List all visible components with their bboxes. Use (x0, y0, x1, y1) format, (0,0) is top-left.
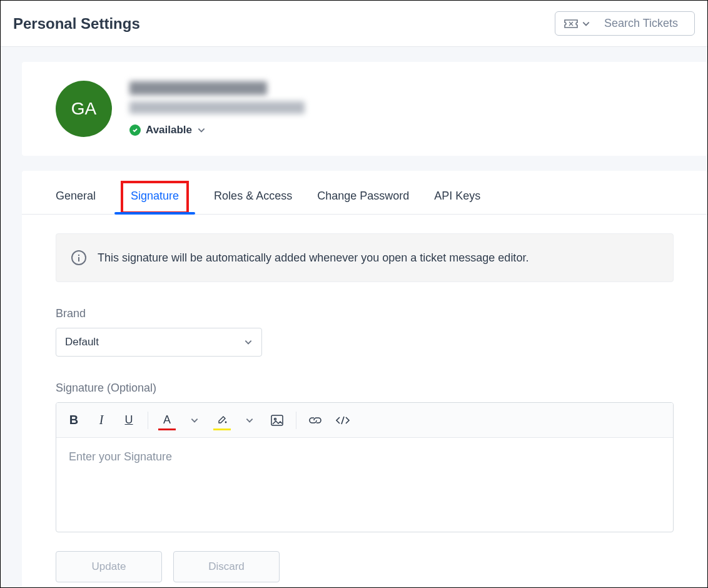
search-input[interactable] (604, 17, 685, 30)
update-button[interactable]: Update (56, 551, 162, 582)
page-title: Personal Settings (13, 15, 140, 33)
profile-name-redacted (129, 81, 267, 95)
tabs-card: General Signature Roles & Access Change … (22, 171, 707, 588)
status-label: Available (146, 124, 192, 136)
image-button[interactable] (263, 408, 291, 433)
divider (296, 412, 296, 429)
info-icon (71, 250, 86, 265)
text-color-button[interactable]: A (153, 408, 181, 433)
editor-placeholder: Enter your Signature (69, 450, 172, 463)
info-text: This signature will be automatically add… (98, 251, 528, 265)
profile-card: GA Available (22, 62, 707, 156)
code-button[interactable] (329, 408, 357, 433)
svg-point-2 (225, 421, 227, 423)
tab-change-password[interactable]: Change Password (317, 190, 409, 214)
brand-select[interactable]: Default (56, 328, 262, 357)
tab-signature[interactable]: Signature (121, 181, 189, 214)
svg-point-0 (78, 255, 79, 256)
discard-button[interactable]: Discard (173, 551, 280, 582)
brand-label: Brand (56, 307, 674, 320)
bold-button[interactable]: B (60, 408, 88, 433)
tab-api-keys[interactable]: API Keys (434, 190, 480, 214)
svg-rect-1 (78, 257, 79, 261)
chevron-down-icon (244, 338, 253, 347)
brand-selected-value: Default (65, 336, 99, 348)
search-tickets-box[interactable] (555, 11, 695, 36)
italic-button[interactable]: I (88, 408, 115, 433)
info-banner: This signature will be automatically add… (56, 233, 674, 282)
bg-color-dropdown[interactable] (236, 408, 263, 433)
editor-textarea[interactable]: Enter your Signature (56, 438, 673, 532)
signature-editor: B I U A (56, 402, 674, 532)
signature-label: Signature (Optional) (56, 382, 674, 395)
chevron-down-icon (582, 19, 590, 28)
profile-email-redacted (129, 101, 305, 114)
tab-general[interactable]: General (56, 190, 96, 214)
signature-field: Signature (Optional) B I U A (56, 382, 674, 532)
svg-point-4 (275, 418, 276, 420)
check-circle-icon (129, 124, 141, 136)
brand-field: Brand Default (56, 307, 674, 357)
editor-toolbar: B I U A (56, 403, 673, 438)
link-button[interactable] (301, 408, 329, 433)
avatar: GA (56, 81, 112, 137)
tab-roles-access[interactable]: Roles & Access (214, 190, 292, 214)
underline-button[interactable]: U (115, 408, 143, 433)
text-color-dropdown[interactable] (181, 408, 208, 433)
tab-bar: General Signature Roles & Access Change … (22, 171, 707, 215)
bg-color-button[interactable] (208, 408, 236, 433)
chevron-down-icon (197, 126, 206, 134)
divider (148, 412, 148, 429)
availability-status[interactable]: Available (129, 124, 305, 136)
ticket-icon (564, 19, 578, 29)
